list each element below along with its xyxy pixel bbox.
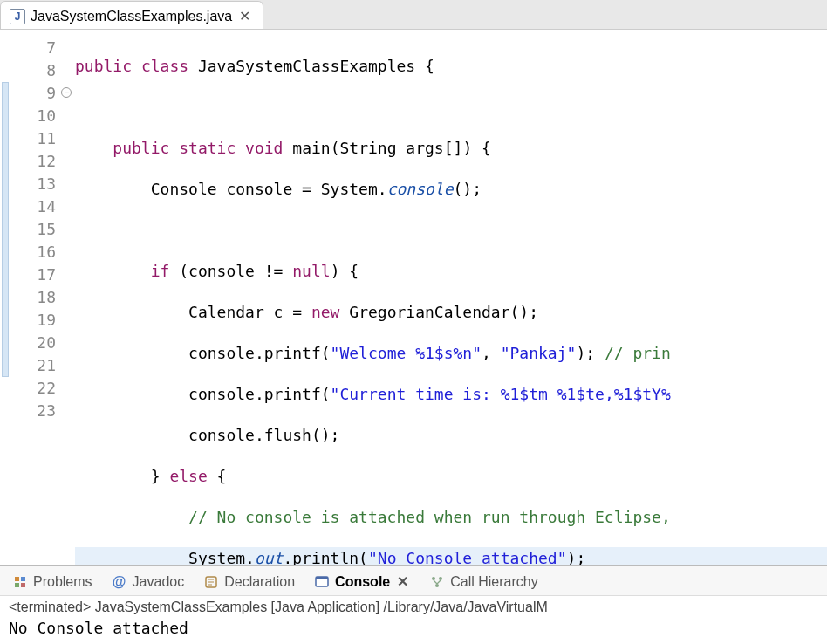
change-marker	[2, 82, 9, 377]
declaration-icon	[203, 574, 219, 590]
code-text: main(String args[]) {	[292, 139, 491, 157]
console-launch-info: <terminated> JavaSystemClassExamples [Ja…	[0, 596, 827, 617]
line-number: 9−	[12, 82, 59, 105]
line-number: 19	[12, 309, 59, 332]
line-number: 18	[12, 286, 59, 309]
code-text: ();	[454, 180, 482, 198]
code-text: console.printf(	[188, 344, 331, 362]
italic-ident: console	[387, 180, 454, 198]
line-number: 7	[12, 37, 59, 59]
problems-icon	[12, 574, 28, 590]
close-view-button[interactable]: ✕	[395, 573, 410, 590]
tab-label: Declaration	[224, 574, 295, 590]
editor-tab-active[interactable]: J JavaSystemClassExamples.java ✕	[0, 1, 263, 29]
code-line	[75, 96, 827, 119]
keyword: static	[179, 139, 236, 157]
comment: // prin	[605, 344, 671, 362]
javadoc-icon: @	[112, 574, 127, 590]
tab-label: Console	[335, 574, 390, 590]
svg-rect-1	[21, 577, 25, 581]
line-number: 11	[12, 127, 59, 150]
editor-tab-bar: J JavaSystemClassExamples.java ✕	[0, 0, 827, 30]
code-text: console.printf(	[188, 385, 331, 403]
line-number: 8	[12, 59, 59, 82]
code-text: ) {	[331, 262, 359, 280]
code-editor[interactable]: 7 8 9− 10 11 12 13 14 15 16 17 18 19 20 …	[0, 30, 827, 565]
editor-tab-filename: JavaSystemClassExamples.java	[31, 9, 232, 24]
call-hierarchy-icon	[429, 574, 445, 590]
svg-rect-2	[15, 583, 19, 587]
console-icon	[314, 574, 330, 590]
tab-call-hierarchy[interactable]: Call Hierarchy	[426, 572, 541, 592]
line-number: 20	[12, 332, 59, 354]
keyword: if	[151, 262, 170, 280]
string-literal: "No Console attached"	[368, 549, 567, 565]
tab-label: Problems	[33, 574, 92, 590]
code-text: Calendar c =	[188, 303, 311, 321]
keyword: public	[75, 57, 132, 75]
close-tab-button[interactable]: ✕	[237, 8, 252, 24]
line-number: 14	[12, 195, 59, 218]
line-number: 12	[12, 150, 59, 173]
code-text: .println(	[283, 549, 368, 565]
keyword: null	[292, 262, 330, 280]
line-number: 21	[12, 354, 59, 377]
string-literal: "Pankaj"	[501, 344, 577, 362]
code-text: System.	[188, 549, 255, 565]
line-number-gutter: 7 8 9− 10 11 12 13 14 15 16 17 18 19 20 …	[12, 30, 65, 565]
keyword: void	[245, 139, 283, 157]
tab-console[interactable]: Console ✕	[311, 572, 414, 592]
svg-rect-3	[21, 583, 25, 587]
code-text: GregorianCalendar();	[339, 303, 538, 321]
keyword: public	[113, 139, 169, 157]
code-text: );	[576, 344, 605, 362]
code-text: (console !=	[169, 262, 292, 280]
line-number: 22	[12, 377, 59, 400]
string-literal: "Welcome %1$s%n"	[331, 344, 482, 362]
code-text: ,	[482, 344, 501, 362]
tab-javadoc[interactable]: @ Javadoc	[108, 572, 188, 592]
line-number: 16	[12, 241, 59, 264]
svg-point-8	[439, 577, 442, 580]
line-number: 17	[12, 264, 59, 286]
line-number: 10	[12, 105, 59, 127]
keyword: class	[141, 57, 188, 75]
svg-rect-6	[316, 577, 328, 579]
comment: // No console is attached when run throu…	[188, 508, 671, 526]
line-number: 15	[12, 218, 59, 241]
code-content[interactable]: public class JavaSystemClassExamples { p…	[65, 30, 827, 565]
console-output[interactable]: No Console attached	[0, 617, 827, 644]
tab-problems[interactable]: Problems	[9, 572, 96, 592]
line-number: 13	[12, 173, 59, 195]
keyword: new	[311, 303, 340, 321]
marker-bar	[0, 30, 12, 565]
code-line	[75, 219, 827, 242]
code-text: Console console = System.	[151, 180, 387, 198]
svg-rect-0	[15, 577, 19, 581]
keyword: else	[169, 467, 207, 485]
svg-point-9	[435, 584, 439, 587]
tab-label: Javadoc	[133, 574, 185, 590]
string-literal: "Current time is: %1$tm %1$te,%1$tY%	[331, 385, 671, 403]
bottom-panel: Problems @ Javadoc Declaration Console ✕…	[0, 565, 827, 644]
tab-label: Call Hierarchy	[450, 574, 537, 590]
java-file-icon: J	[10, 9, 25, 24]
svg-point-7	[432, 577, 435, 580]
line-number: 23	[12, 400, 59, 422]
italic-ident: out	[255, 549, 284, 565]
code-text: console.flush();	[188, 426, 339, 444]
view-tab-bar: Problems @ Javadoc Declaration Console ✕…	[0, 566, 827, 596]
code-text: {	[208, 467, 227, 485]
code-text: }	[151, 467, 170, 485]
tab-declaration[interactable]: Declaration	[200, 572, 298, 592]
code-text: );	[567, 549, 586, 565]
code-text: JavaSystemClassExamples {	[198, 57, 434, 75]
